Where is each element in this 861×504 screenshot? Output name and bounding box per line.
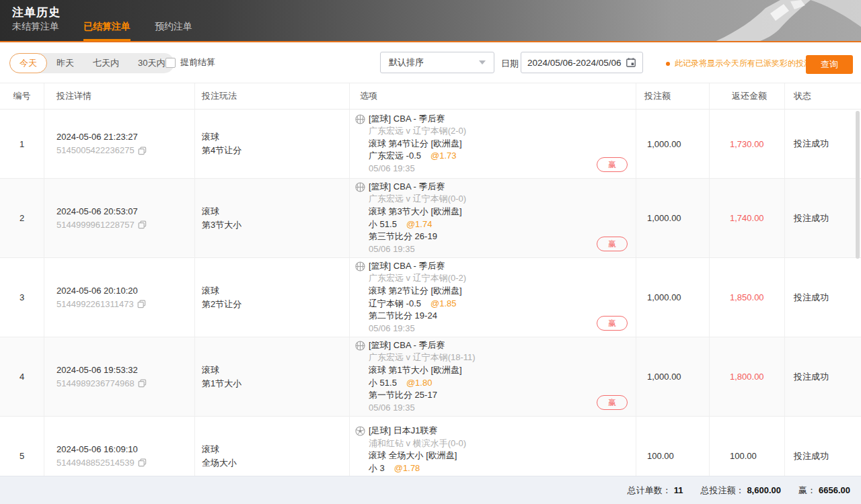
win-badge: 赢 bbox=[597, 237, 628, 251]
tab-bar: 未结算注单 已结算注单 预约注单 bbox=[12, 17, 217, 41]
bet-id: 5144992261311473 bbox=[57, 298, 134, 311]
summary-win-value: 6656.00 bbox=[819, 485, 850, 495]
pick-line: 广东宏远 -0.5@1.73 bbox=[369, 150, 466, 163]
calendar-icon[interactable] bbox=[626, 57, 636, 68]
payout-cell: 1,800.00 bbox=[710, 337, 785, 416]
date-label: 日期 bbox=[501, 58, 519, 70]
col-header-selection: 选项 bbox=[350, 83, 636, 109]
summary-stake-value: 8,600.00 bbox=[747, 485, 781, 495]
basketball-icon bbox=[355, 182, 365, 192]
selection-cell: [篮球] CBA - 季后赛 广东宏远 v 辽宁本钢(0-2) 滚球 第2节让分… bbox=[350, 258, 636, 337]
table-row: 4 2024-05-06 19:53:32 5144989236774968 滚… bbox=[0, 337, 861, 417]
league-line: [篮球] CBA - 季后赛 bbox=[369, 260, 466, 273]
early-settle-checkbox[interactable] bbox=[165, 58, 176, 68]
status-cell: 投注成功 bbox=[785, 110, 861, 178]
page-header: 注单历史 未结算注单 已结算注单 预约注单 bbox=[0, 0, 861, 42]
event-time-line: 05/06 19:35 bbox=[369, 243, 466, 256]
league-line: [篮球] CBA - 季后赛 bbox=[369, 339, 476, 352]
payout-cell: 1,740.00 bbox=[710, 179, 785, 257]
query-button[interactable]: 查询 bbox=[806, 55, 853, 74]
selection-cell: [篮球] CBA - 季后赛 广东宏远 v 辽宁本钢(0-0) 滚球 第3节大小… bbox=[350, 179, 636, 257]
table-header: 编号 投注详情 投注玩法 选项 投注额 返还金额 状态 bbox=[0, 83, 861, 110]
date-range-input[interactable] bbox=[521, 52, 643, 73]
odds: @1.74 bbox=[406, 219, 433, 229]
payout-cell: 1,850.00 bbox=[710, 258, 785, 337]
payout-cell: 100.00 bbox=[710, 417, 785, 476]
market-line: 滚球 第4节让分 [欧洲盘] bbox=[369, 138, 466, 151]
pick: 广东宏远 -0.5 bbox=[369, 151, 421, 161]
range-today[interactable]: 今天 bbox=[9, 53, 47, 73]
league-line: [足球] 日本J1联赛 bbox=[369, 425, 466, 437]
selection-cell: [足球] 日本J1联赛 浦和红钻 v 横滨水手(0-0) 滚球 全场大小 [欧洲… bbox=[350, 417, 636, 476]
row-number: 5 bbox=[0, 417, 44, 476]
tab-reserved[interactable]: 预约注单 bbox=[155, 17, 192, 41]
range-7days[interactable]: 七天内 bbox=[83, 53, 128, 73]
col-header-play: 投注玩法 bbox=[195, 83, 350, 109]
bet-detail-cell: 2024-05-06 20:53:07 5144999961228757 bbox=[44, 179, 195, 257]
status-cell: 投注成功 bbox=[785, 417, 861, 476]
early-settle-checkbox-group[interactable]: 提前结算 bbox=[165, 56, 215, 69]
match-line: 广东宏远 v 辽宁本钢(2-0) bbox=[369, 125, 466, 138]
col-header-no: 编号 bbox=[0, 83, 44, 109]
bet-id: 5144989236774968 bbox=[57, 377, 135, 390]
notice-text: 此记录将显示今天所有已派奖彩的投注 bbox=[675, 58, 812, 69]
table-row: 3 2024-05-06 20:10:20 5144992261311473 滚… bbox=[0, 258, 861, 337]
play-type-cell: 滚球 第3节大小 bbox=[195, 179, 350, 257]
sort-select[interactable]: 默认排序 bbox=[380, 52, 494, 73]
bet-placed-time: 2024-05-06 21:23:27 bbox=[57, 130, 147, 144]
odds: @1.80 bbox=[406, 378, 433, 388]
league-line: [篮球] CBA - 季后赛 bbox=[369, 113, 466, 126]
vertical-scrollbar-thumb[interactable] bbox=[856, 111, 860, 259]
market-line: 滚球 全场大小 [欧洲盘] bbox=[369, 450, 466, 462]
table-row: 1 2024-05-06 21:23:27 5145005422236275 滚… bbox=[0, 110, 861, 179]
col-header-stake: 投注额 bbox=[636, 83, 710, 109]
copy-icon[interactable] bbox=[138, 379, 147, 388]
bet-id: 5145005422236275 bbox=[57, 144, 135, 157]
pick-line: 小 51.5@1.80 bbox=[369, 377, 476, 390]
tab-settled[interactable]: 已结算注单 bbox=[83, 17, 130, 41]
range-yesterday[interactable]: 昨天 bbox=[47, 53, 83, 73]
stake-cell: 1,000.00 bbox=[636, 337, 710, 416]
great-wall-decoration bbox=[619, 0, 861, 42]
score-line: 第一节比分 25-17 bbox=[369, 389, 476, 402]
stake-cell: 1,000.00 bbox=[636, 110, 710, 178]
bet-id: 5144948852514539 bbox=[57, 456, 135, 470]
play-type-cell: 滚球 第4节让分 bbox=[195, 110, 350, 178]
summary-count: 总计单数：11 bbox=[628, 485, 683, 497]
status-cell: 投注成功 bbox=[785, 337, 861, 416]
pick-line: 小 3@1.78 bbox=[369, 462, 466, 475]
date-range-value[interactable] bbox=[527, 58, 626, 68]
tab-unsettled[interactable]: 未结算注单 bbox=[12, 17, 59, 41]
copy-icon[interactable] bbox=[138, 146, 147, 155]
match-line: 广东宏远 v 辽宁本钢(0-2) bbox=[369, 272, 466, 285]
odds: @1.73 bbox=[430, 151, 457, 161]
basketball-icon bbox=[355, 341, 365, 351]
payout-cell: 1,730.00 bbox=[710, 110, 785, 178]
summary-count-value: 11 bbox=[674, 485, 683, 495]
row-number: 1 bbox=[0, 110, 44, 178]
bet-history-page: 注单历史 未结算注单 已结算注单 预约注单 今天 昨天 七天内 30天内 提前结… bbox=[0, 0, 861, 504]
pick-line: 小 51.5@1.74 bbox=[369, 218, 466, 231]
win-badge: 赢 bbox=[597, 395, 628, 410]
copy-icon[interactable] bbox=[138, 458, 147, 467]
market-line: 滚球 第1节大小 [欧洲盘] bbox=[369, 364, 476, 377]
bet-placed-time: 2024-05-06 20:53:07 bbox=[57, 205, 147, 218]
pick: 辽宁本钢 -0.5 bbox=[369, 298, 421, 308]
row-number: 3 bbox=[0, 258, 44, 337]
market-line: 滚球 第2节让分 [欧洲盘] bbox=[369, 285, 466, 298]
chevron-down-icon bbox=[479, 60, 486, 65]
copy-icon[interactable] bbox=[137, 300, 146, 308]
copy-icon[interactable] bbox=[138, 220, 147, 229]
league-line: [篮球] CBA - 季后赛 bbox=[369, 181, 466, 194]
row-number: 2 bbox=[0, 179, 44, 257]
score-line: 第三节比分 26-19 bbox=[369, 230, 466, 243]
col-header-status: 状态 bbox=[785, 83, 861, 109]
selection-cell: [篮球] CBA - 季后赛 广东宏远 v 辽宁本钢(2-0) 滚球 第4节让分… bbox=[350, 110, 636, 178]
pick: 小 3 bbox=[369, 463, 385, 473]
row-number: 4 bbox=[0, 337, 44, 416]
bet-detail-cell: 2024-05-06 19:53:32 5144989236774968 bbox=[44, 337, 195, 416]
summary-total-win: 赢：6656.00 bbox=[798, 485, 850, 497]
filter-bar: 今天 昨天 七天内 30天内 提前结算 默认排序 日期 此记录将显示今天所有已派… bbox=[0, 42, 861, 83]
event-time-line: 05/06 19:35 bbox=[369, 402, 476, 415]
bet-placed-time: 2024-05-06 20:10:20 bbox=[57, 284, 146, 298]
